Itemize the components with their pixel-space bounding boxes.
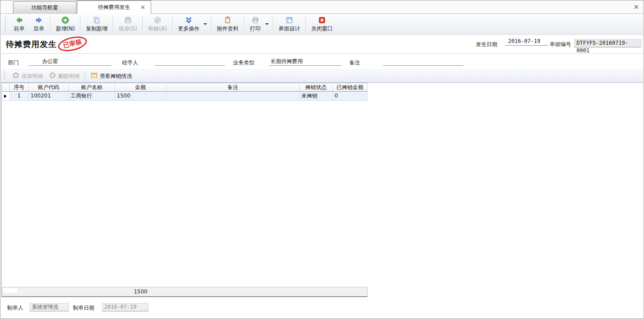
total-amount-value: 1500 — [115, 287, 166, 296]
delete-detail-icon — [49, 72, 56, 80]
button-label: 界面设计 — [279, 25, 300, 33]
ui-design-icon — [285, 16, 293, 24]
grid-summary-bar: 1500 — [2, 287, 368, 297]
column-header-amortize-status[interactable]: 摊销状态 — [300, 83, 333, 91]
dept-field[interactable]: 办公室 — [28, 58, 111, 66]
button-label: 审核(A) — [148, 25, 167, 33]
audited-stamp: 已审核 — [56, 34, 88, 54]
add-icon — [61, 16, 69, 24]
app-window: 功能导航窗 待摊费用发生 ✕ ✕ 前单 后单 新增(N) — [0, 0, 644, 319]
scrollbar-thumb[interactable] — [3, 288, 17, 293]
cell-amortize-status[interactable]: 未摊销 — [300, 92, 333, 101]
table-row[interactable]: 1 100201 工商银行 1500 未摊销 0 — [2, 92, 368, 101]
button-label: 前单 — [14, 25, 25, 33]
save-icon — [124, 16, 132, 24]
save-button[interactable]: 保存(S) — [114, 14, 141, 34]
audit-button[interactable]: 审核(A) — [144, 14, 171, 34]
occur-date-label: 发生日期 — [476, 41, 497, 48]
handler-label: 经手人 — [122, 59, 138, 67]
toolbar-separator — [80, 16, 80, 33]
tab-bar: 功能导航窗 待摊费用发生 ✕ ✕ — [0, 0, 644, 14]
dept-label: 部门 — [8, 59, 19, 67]
chevron-down-icon[interactable] — [203, 23, 207, 25]
tab-label: 功能导航窗 — [31, 4, 58, 11]
detail-toolbar: 添加明细 删除明细 查看摊销情况 — [1, 69, 643, 83]
toolbar-separator — [211, 16, 212, 33]
handler-field[interactable] — [155, 58, 225, 66]
more-actions-button[interactable]: 更多操作 — [174, 14, 203, 34]
main-toolbar: 前单 后单 新增(N) 复制新增 保存(S) — [1, 14, 643, 35]
tab-function-nav[interactable]: 功能导航窗 — [13, 1, 76, 14]
cell-account-name[interactable]: 工商银行 — [69, 92, 115, 101]
toolbar-separator — [50, 16, 51, 33]
biztype-field[interactable]: 长期待摊费用 — [269, 58, 342, 66]
creator-field: 系统管理员 — [30, 303, 69, 311]
button-label: 复制新增 — [86, 25, 107, 33]
toolbar-separator — [142, 16, 143, 33]
creation-date-label: 制单日期 — [73, 304, 94, 312]
toolbar-grip-handle[interactable] — [4, 72, 5, 81]
button-label: 更多操作 — [178, 25, 199, 33]
toolbar-separator — [172, 16, 173, 33]
button-label: 新增(N) — [56, 25, 75, 33]
button-label: 添加明细 — [21, 72, 43, 80]
grid-left-border — [1, 83, 2, 298]
remark-label: 备注 — [349, 59, 360, 67]
prev-doc-button[interactable]: 前单 — [9, 14, 29, 34]
view-amortization-button[interactable]: 查看摊销情况 — [88, 71, 135, 81]
copy-new-button[interactable]: 复制新增 — [82, 14, 111, 34]
cell-seq[interactable]: 1 — [10, 92, 29, 101]
toolbar-separator — [113, 16, 113, 33]
attachment-icon — [224, 16, 232, 24]
more-actions-group: 更多操作 — [174, 14, 210, 34]
tab-label: 待摊费用发生 — [98, 4, 130, 10]
column-header-account-name[interactable]: 账户名称 — [69, 83, 115, 91]
cell-account-code[interactable]: 100201 — [29, 92, 69, 101]
tab-close-icon[interactable]: ✕ — [140, 1, 145, 14]
column-header-amount[interactable]: 金额 — [115, 83, 166, 91]
cell-amortized-amount[interactable]: 0 — [333, 92, 368, 101]
close-window-icon — [318, 16, 326, 24]
button-label: 后单 — [34, 25, 44, 33]
creator-label: 制单人 — [7, 304, 23, 312]
add-detail-button[interactable]: 添加明细 — [9, 71, 46, 81]
toolbar-separator — [305, 16, 306, 33]
current-row-marker-icon — [4, 94, 7, 98]
button-label: 保存(S) — [119, 25, 137, 33]
cell-remark[interactable] — [166, 92, 300, 101]
doc-number-field: DTFYFS-20160719-0001 — [574, 39, 641, 47]
creation-date-field: 2016-07-19 — [102, 303, 148, 311]
remark-field[interactable] — [383, 58, 463, 66]
page-title: 待摊费用发生 — [6, 39, 57, 50]
ui-design-button[interactable]: 界面设计 — [275, 14, 304, 34]
toolbar-grip-handle[interactable] — [4, 16, 6, 33]
chevron-down-icon[interactable] — [265, 23, 269, 25]
delete-detail-button[interactable]: 删除明细 — [46, 71, 83, 81]
header-divider — [0, 53, 644, 54]
close-window-button[interactable]: 关闭窗口 — [307, 14, 337, 34]
occur-date-field[interactable]: 2016-07-19 — [505, 38, 548, 46]
column-header-account-code[interactable]: 账户代码 — [29, 83, 69, 91]
doc-number-label: 单据编号 — [550, 41, 571, 48]
toolbar-separator — [85, 71, 85, 81]
tab-prepaid-expense[interactable]: 待摊费用发生 ✕ — [77, 0, 151, 14]
print-button[interactable]: 打印 — [246, 14, 265, 34]
column-header-remark[interactable]: 备注 — [166, 83, 300, 91]
more-actions-icon — [185, 16, 193, 24]
next-doc-button[interactable]: 后单 — [29, 14, 49, 34]
new-button[interactable]: 新增(N) — [52, 14, 79, 34]
add-detail-icon — [13, 72, 19, 80]
button-label: 附件资料 — [217, 25, 238, 33]
audit-check-icon — [153, 16, 161, 24]
print-group: 打印 — [246, 14, 271, 34]
window-close-icon[interactable]: ✕ — [633, 1, 639, 13]
grid-table-icon — [91, 72, 97, 80]
row-selector-header — [2, 83, 10, 91]
row-selector-cell[interactable] — [2, 92, 10, 101]
column-header-amortized-amount[interactable]: 已摊销金额 — [333, 83, 368, 91]
column-header-seq[interactable]: 序号 — [10, 83, 29, 91]
toolbar-separator — [244, 16, 244, 33]
attachments-button[interactable]: 附件资料 — [213, 14, 242, 34]
cell-amount[interactable]: 1500 — [115, 92, 166, 101]
button-label: 查看摊销情况 — [100, 72, 132, 80]
